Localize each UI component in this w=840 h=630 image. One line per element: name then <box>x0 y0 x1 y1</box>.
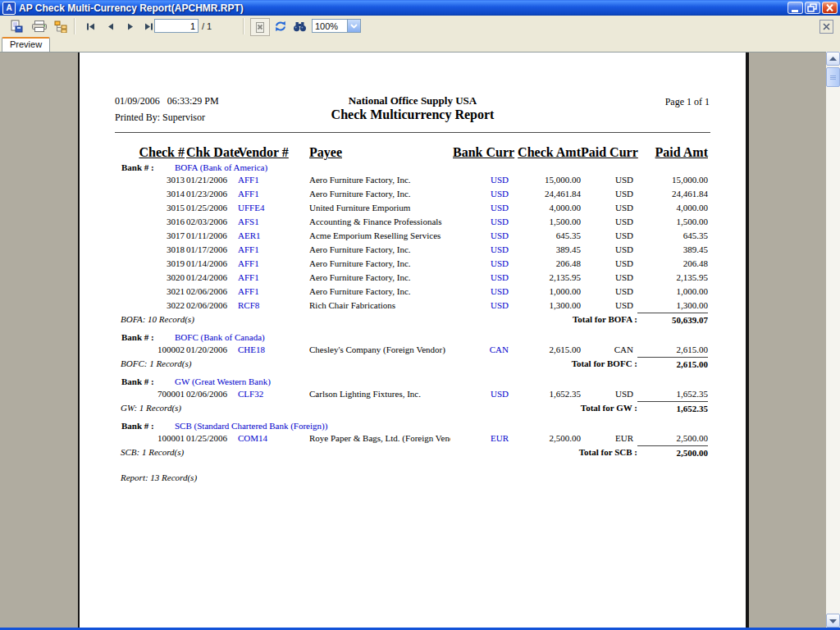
cell-bank-currency[interactable]: USD <box>453 272 509 282</box>
previous-page-button[interactable] <box>101 18 121 34</box>
report-record-count-row: Report: 13 Record(s) <box>80 471 746 485</box>
cell-vendor-number[interactable]: AER1 <box>238 231 304 240</box>
cell-bank-currency[interactable]: USD <box>453 300 509 310</box>
cell-bank-currency[interactable]: USD <box>453 203 509 212</box>
cell-bank-currency[interactable]: USD <box>453 244 509 254</box>
cell-vendor-number[interactable]: AFF1 <box>238 286 304 296</box>
cell-bank-currency[interactable]: USD <box>453 189 509 199</box>
app-icon: A <box>2 2 16 15</box>
check-row: 301801/17/2006AFF1Aero Furniture Factory… <box>80 243 746 257</box>
close-icon <box>824 2 836 13</box>
check-row: 301701/11/2006AER1Acme Emporium Resellin… <box>80 229 746 243</box>
column-header-check-date: Chk Date <box>186 145 244 160</box>
cell-paid-amount: 15,000.00 <box>632 175 708 185</box>
title-bar: A AP Check Multi-Currency Report(APCHMR.… <box>0 0 840 16</box>
bank-drilldown-link[interactable]: SCB (Standard Chartered Bank (Foreign)) <box>175 421 327 431</box>
restore-icon <box>806 2 819 13</box>
close-preview-button[interactable] <box>819 20 833 34</box>
bank-number-label: Bank # : <box>121 377 154 386</box>
cell-check-number: 700001 <box>137 389 185 399</box>
cell-payee: Chesley's Company (Foreign Vendor) <box>309 345 450 354</box>
chevron-up-icon <box>829 57 837 62</box>
previous-page-icon <box>106 23 116 30</box>
export-button[interactable] <box>7 18 26 34</box>
chevron-down-icon[interactable] <box>347 20 360 32</box>
cell-vendor-number[interactable]: AFF1 <box>238 189 304 199</box>
preview-pane: 01/09/2006 06:33:29 PM National Office S… <box>0 52 826 628</box>
cell-payee: Accounting & Finance Professionals <box>309 217 450 226</box>
cell-check-number: 3018 <box>137 244 185 254</box>
stop-loading-button[interactable] <box>250 18 270 36</box>
cell-paid-currency: USD <box>581 175 633 185</box>
column-header-vendor-number: Vendor # <box>238 145 304 160</box>
cell-vendor-number[interactable]: COM14 <box>238 433 304 443</box>
cell-paid-amount: 1,000.00 <box>632 286 708 296</box>
cell-bank-currency[interactable]: USD <box>453 286 509 296</box>
cell-check-amount: 1,000.00 <box>505 286 581 296</box>
scroll-down-button[interactable] <box>826 614 840 628</box>
zoom-level-dropdown[interactable]: 100% <box>312 19 361 33</box>
cell-check-date: 01/20/2006 <box>186 345 244 354</box>
cell-vendor-number[interactable]: AFF1 <box>238 244 304 254</box>
cell-bank-currency[interactable]: CAN <box>453 345 509 354</box>
search-button[interactable] <box>290 18 309 34</box>
cell-bank-currency[interactable]: USD <box>453 231 509 240</box>
print-button[interactable] <box>30 18 49 34</box>
next-page-icon <box>126 23 135 30</box>
page-number-input[interactable] <box>154 19 199 33</box>
group-total-label: Total for GW : <box>473 403 637 413</box>
cell-vendor-number[interactable]: AFS1 <box>238 217 304 226</box>
cell-check-date: 01/14/2006 <box>186 258 244 268</box>
next-page-button[interactable] <box>121 18 140 34</box>
group-total-label: Total for BOFA : <box>473 314 637 324</box>
cell-payee: Rich Chair Fabrications <box>309 300 450 310</box>
toggle-group-tree-button[interactable] <box>51 18 71 34</box>
cell-bank-currency[interactable]: USD <box>453 217 509 226</box>
cell-paid-currency: USD <box>581 231 633 240</box>
cell-bank-currency[interactable]: EUR <box>453 433 509 443</box>
cell-bank-currency[interactable]: USD <box>453 389 509 399</box>
check-row: 70000102/06/2006CLF32Carlson Lighting Fi… <box>80 387 746 401</box>
cell-vendor-number[interactable]: AFF1 <box>238 272 304 282</box>
bank-drilldown-link[interactable]: GW (Great Western Bank) <box>175 377 271 386</box>
cell-bank-currency[interactable]: USD <box>453 258 509 268</box>
cell-vendor-number[interactable]: AFF1 <box>238 175 304 185</box>
cell-check-amount: 1,300.00 <box>505 300 581 310</box>
tab-preview[interactable]: Preview <box>2 37 50 52</box>
chevron-down-icon <box>829 619 837 623</box>
cell-bank-currency[interactable]: USD <box>453 175 509 185</box>
cell-paid-amount: 206.48 <box>632 258 708 268</box>
check-row: 301602/03/2006AFS1Accounting & Finance P… <box>80 215 746 229</box>
cell-paid-amount: 1,300.00 <box>632 300 708 310</box>
cell-vendor-number[interactable]: RCF8 <box>238 300 304 310</box>
close-button[interactable] <box>822 2 838 14</box>
cell-paid-currency: USD <box>581 217 633 226</box>
cell-payee: Aero Furniture Factory, Inc. <box>309 244 450 254</box>
scroll-up-button[interactable] <box>826 52 840 66</box>
group-total-row: SCB: 1 Record(s)Total for SCB :2,500.00 <box>80 445 746 459</box>
cell-payee: Acme Emporium Reselling Services <box>309 231 450 240</box>
cell-vendor-number[interactable]: UFFE4 <box>238 203 304 212</box>
cell-check-date: 02/03/2006 <box>186 217 244 226</box>
refresh-icon <box>274 21 287 32</box>
bank-drilldown-link[interactable]: BOFA (Bank of America) <box>175 162 267 172</box>
print-icon <box>32 21 47 33</box>
bank-drilldown-link[interactable]: BOFC (Bank of Canada) <box>175 332 265 342</box>
first-page-button[interactable] <box>81 18 101 34</box>
minimize-button[interactable] <box>788 2 803 14</box>
restore-button[interactable] <box>805 2 820 14</box>
cell-vendor-number[interactable]: AFF1 <box>238 258 304 268</box>
cell-paid-currency: USD <box>581 286 633 296</box>
scrollbar-thumb[interactable] <box>826 67 840 87</box>
cell-paid-currency: EUR <box>581 433 633 443</box>
refresh-button[interactable] <box>271 18 290 34</box>
cell-paid-amount: 4,000.00 <box>632 203 708 212</box>
cell-check-amount: 645.35 <box>505 231 581 240</box>
group-total-label: Total for BOFC : <box>473 358 637 368</box>
vertical-scrollbar[interactable] <box>826 52 840 628</box>
check-row: 10000101/25/2006COM14Roye Paper & Bags, … <box>80 431 746 445</box>
cell-vendor-number[interactable]: CHE18 <box>238 345 304 354</box>
cell-check-date: 01/25/2006 <box>186 203 244 212</box>
cell-vendor-number[interactable]: CLF32 <box>238 389 304 399</box>
bank-group-header: Bank # :BOFA (Bank of America) <box>80 159 746 173</box>
